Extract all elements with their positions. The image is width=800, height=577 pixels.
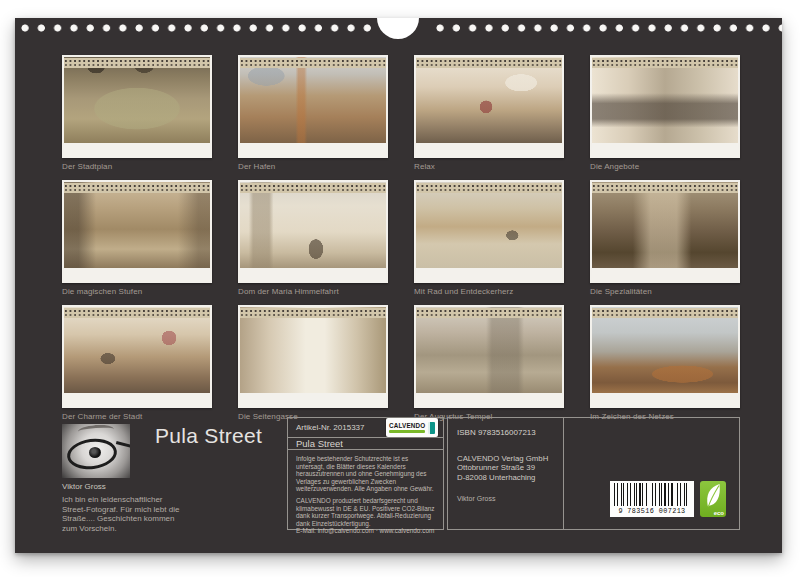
thumbnail-caption: Die Angebote	[590, 162, 740, 171]
month-photo	[240, 57, 386, 143]
contributor-name: Viktor Gross	[457, 495, 559, 502]
month-thumbnail: Der Charme der Stadt	[62, 305, 212, 425]
publisher-name: CALVENDO Verlag GmbH	[457, 454, 559, 463]
month-photo	[592, 307, 738, 393]
mini-date-grid	[416, 58, 562, 68]
mini-date-grid	[416, 183, 562, 193]
binding-holes-right	[436, 24, 782, 32]
mini-date-grid	[240, 308, 386, 318]
month-photo	[416, 57, 562, 143]
month-thumbnail: Dom der Maria Himmelfahrt	[238, 180, 388, 300]
thumbnail-caption: Mit Rad und Entdeckerherz	[414, 287, 564, 296]
thumbnail-caption: Der Stadtplan	[62, 162, 212, 171]
publisher-address: CALVENDO Verlag GmbH Ottobrunner Straße …	[457, 454, 559, 482]
mini-date-grid	[592, 58, 738, 68]
mini-date-grid	[240, 58, 386, 68]
month-thumbnail: Relax	[414, 55, 564, 175]
month-photo	[64, 307, 210, 393]
isbn-text: ISBN 9783516007213	[457, 428, 559, 437]
mini-date-grid	[64, 308, 210, 318]
glasses-temple-art	[116, 441, 130, 448]
calvendo-calendar-icon	[428, 422, 435, 434]
month-photo	[240, 182, 386, 268]
month-thumbnail: Im Zeichen des Netzes	[590, 305, 740, 425]
month-thumbnail: Mit Rad und Entdeckerherz	[414, 180, 564, 300]
thumbnail-caption: Der Hafen	[238, 162, 388, 171]
eyebrow-art	[78, 424, 115, 437]
month-thumbnail: Die Angebote	[590, 55, 740, 175]
month-photo	[416, 307, 562, 393]
publisher-street: Ottobrunner Straße 39	[457, 463, 559, 472]
mini-date-grid	[64, 58, 210, 68]
month-thumbnail: Der Stadtplan	[62, 55, 212, 175]
hanging-hole	[377, 18, 419, 39]
mini-date-grid	[592, 308, 738, 318]
month-photo	[592, 182, 738, 268]
contact-line: E-Mail: info@calvendo.com · www.calvendo…	[296, 527, 436, 534]
eco-label: eco	[714, 510, 724, 516]
author-name: Viktor Gross	[62, 482, 106, 491]
month-photo	[64, 57, 210, 143]
month-thumbnail: Der Augustus-Tempel	[414, 305, 564, 425]
thumbnail-caption: Der Charme der Stadt	[62, 412, 212, 421]
legal-notice: Infolge bestehender Schutzrechte ist es …	[296, 455, 436, 493]
publisher-city: D-82008 Unterhaching	[457, 473, 559, 482]
month-thumbnail: Die Spezialitäten	[590, 180, 740, 300]
thumbnail-caption: Die Spezialitäten	[590, 287, 740, 296]
binding-holes-left	[21, 24, 378, 32]
thumbnail-caption: Relax	[414, 162, 564, 171]
calendar-sheet: Der Stadtplan Der Hafen Relax Die Angebo…	[15, 18, 782, 553]
article-number: Artikel-Nr. 2015337	[296, 423, 364, 432]
mini-date-grid	[64, 183, 210, 193]
leaf-icon	[703, 483, 723, 511]
calendar-back-cover: Der Stadtplan Der Hafen Relax Die Angebo…	[0, 0, 800, 577]
barcode-bars	[614, 483, 690, 506]
month-thumbnail: Der Hafen	[238, 55, 388, 175]
mini-date-grid	[592, 183, 738, 193]
barcode-digits: 9 783516 007213	[614, 507, 690, 515]
production-note: CALVENDO produziert bedarfsgerecht und k…	[296, 497, 436, 527]
author-bio: Ich bin ein leidenschaftlicher Street-Fo…	[62, 495, 188, 533]
eye-art	[89, 447, 101, 458]
calvendo-logo-tagline	[389, 430, 425, 432]
calvendo-logo: CALVENDO	[386, 418, 438, 437]
month-thumbnail: Die Seitengasse	[238, 305, 388, 425]
imprint-box: ISBN 9783516007213 CALVENDO Verlag GmbH …	[447, 417, 740, 530]
month-photo	[592, 57, 738, 143]
month-photo	[64, 182, 210, 268]
mini-date-grid	[416, 308, 562, 318]
calendar-title-cell: Pula Street	[288, 438, 443, 450]
article-info-box: Artikel-Nr. 2015337 CALVENDO Pula Street…	[287, 417, 444, 530]
eco-badge: eco	[700, 481, 726, 517]
author-portrait	[62, 424, 130, 478]
thumbnail-caption: Dom der Maria Himmelfahrt	[238, 287, 388, 296]
ean-barcode: 9 783516 007213	[610, 481, 694, 517]
mini-date-grid	[240, 183, 386, 193]
month-thumbnail: Die magischen Stufen	[62, 180, 212, 300]
month-photo	[240, 307, 386, 393]
month-photo	[416, 182, 562, 268]
thumbnail-grid: Der Stadtplan Der Hafen Relax Die Angebo…	[62, 55, 756, 425]
calvendo-logo-text: CALVENDO	[389, 422, 425, 429]
page-title: Pula Street	[155, 424, 262, 448]
thumbnail-caption: Die magischen Stufen	[62, 287, 212, 296]
